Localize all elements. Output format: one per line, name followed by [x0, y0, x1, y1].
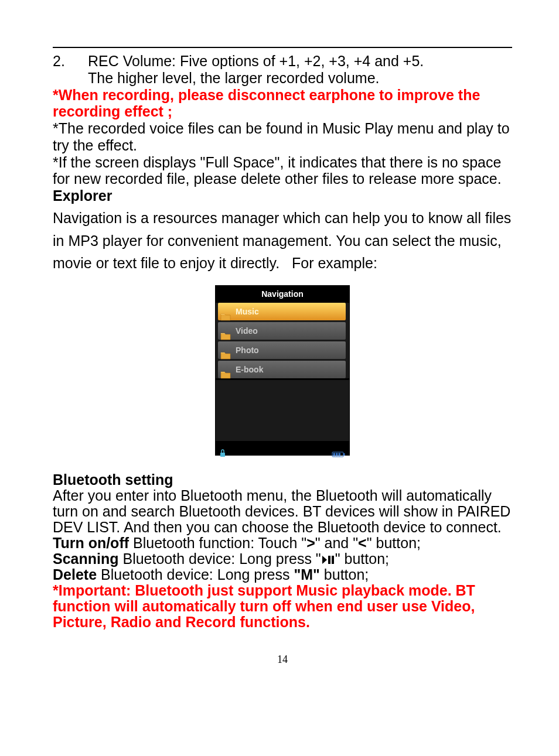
m-button-label: "M"	[294, 566, 320, 583]
turn-text1: Bluetooth function: Touch "	[129, 535, 306, 551]
nav-label-ebook: E-book	[236, 365, 263, 374]
folder-icon	[220, 346, 231, 354]
delete-label: Delete	[53, 566, 97, 583]
battery-icon	[332, 444, 346, 451]
list-item-2: 2. REC Volume: Five options of +1, +2, +…	[53, 53, 512, 87]
turn-text2: " and "	[315, 535, 358, 551]
svg-rect-5	[339, 453, 341, 456]
recording-warning: *When recording, please disconnect earph…	[53, 87, 512, 121]
svg-rect-2	[343, 453, 345, 456]
bluetooth-warning: *Important: Bluetooth just support Music…	[53, 583, 512, 630]
list-text: REC Volume: Five options of +1, +2, +3, …	[88, 53, 512, 87]
nav-title: Navigation	[216, 286, 349, 303]
bluetooth-heading: Bluetooth setting	[53, 472, 512, 488]
turn-text3: " button;	[367, 535, 421, 551]
lt-button: <	[358, 535, 367, 551]
nav-empty-space	[216, 380, 349, 441]
folder-icon	[220, 365, 231, 374]
bluetooth-delete: Delete Bluetooth device: Long press "M" …	[53, 567, 512, 583]
bluetooth-intro: After you enter into Bluetooth menu, the…	[53, 488, 512, 535]
svg-rect-7	[332, 556, 334, 564]
note-full-space: *If the screen displays "Full Space", it…	[53, 154, 512, 188]
explorer-paragraph: Navigation is a resources manager which …	[53, 207, 512, 275]
scan-label: Scanning	[53, 550, 119, 567]
nav-status-bar	[216, 441, 349, 455]
list-line1: REC Volume: Five options of +1, +2, +3, …	[88, 53, 424, 69]
bluetooth-scanning: Scanning Bluetooth device: Long press ""…	[53, 551, 512, 567]
svg-rect-3	[333, 453, 336, 456]
gt-button: >	[306, 535, 315, 551]
bluetooth-turn-onoff: Turn on/off Bluetooth function: Touch ">…	[53, 535, 512, 551]
svg-rect-4	[336, 453, 338, 456]
nav-device: Navigation Music Video	[215, 285, 350, 456]
nav-item-photo: Photo	[218, 341, 346, 359]
svg-rect-6	[328, 556, 330, 564]
folder-icon	[220, 307, 231, 316]
list-line2: The higher level, the larger recorded vo…	[88, 70, 380, 86]
nav-label-photo: Photo	[236, 345, 259, 355]
explorer-heading: Explorer	[53, 187, 512, 204]
scan-text2: " button;	[335, 550, 389, 567]
nav-label-music: Music	[236, 307, 259, 316]
nav-list: Music Video Photo	[216, 303, 349, 378]
delete-text1: Bluetooth device: Long press	[97, 566, 294, 583]
svg-rect-0	[220, 453, 225, 457]
nav-label-video: Video	[236, 326, 258, 336]
lock-icon	[219, 444, 226, 452]
nav-item-video: Video	[218, 322, 346, 340]
folder-icon	[220, 327, 231, 335]
list-number: 2.	[53, 53, 88, 87]
delete-text2: button;	[320, 566, 369, 583]
page-number: 14	[53, 654, 512, 666]
scan-text1: Bluetooth device: Long press "	[119, 550, 321, 567]
navigation-screenshot: Navigation Music Video	[53, 285, 512, 456]
turn-label: Turn on/off	[53, 535, 129, 551]
note-recorded-files: *The recorded voice files can be found i…	[53, 120, 512, 154]
play-pause-icon	[321, 551, 335, 567]
nav-item-ebook: E-book	[218, 361, 346, 378]
nav-item-music: Music	[218, 303, 346, 320]
